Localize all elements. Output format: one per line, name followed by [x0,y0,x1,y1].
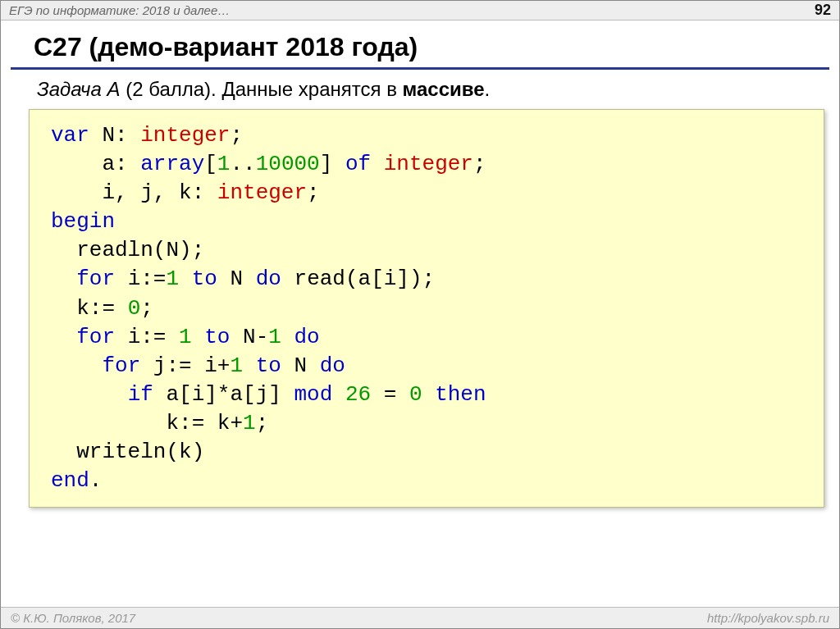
task-label: Задача А [37,78,121,100]
footer-copyright: © К.Ю. Поляков, 2017 [11,611,135,625]
title-rule [11,67,829,70]
page-title: C27 (демо-вариант 2018 года) [1,21,839,67]
task-line: Задача А (2 балла). Данные хранятся в ма… [1,76,839,109]
page-number: 92 [815,2,831,19]
code-line: a: array[1..10000] of integer; [51,150,810,179]
code-line: writeln(k) [51,438,810,467]
code-line: k:= 0; [51,294,810,323]
code-line: k:= k+1; [51,409,810,438]
task-bold: массиве [403,78,485,100]
code-block: var N: integer; a: array[1..10000] of in… [29,109,824,508]
footer-bar: © К.Ю. Поляков, 2017 http://kpolyakov.sp… [1,607,839,628]
code-line: begin [51,207,810,236]
header-subject: ЕГЭ по информатике: 2018 и далее… [9,3,815,17]
code-line: for i:=1 to N do read(a[i]); [51,265,810,294]
footer-url: http://kpolyakov.spb.ru [707,611,829,625]
code-line: end. [51,467,810,495]
code-line: if a[i]*a[j] mod 26 = 0 then [51,381,810,409]
task-points: (2 балла). [126,78,221,100]
slide: ЕГЭ по информатике: 2018 и далее… 92 C27… [0,0,840,629]
code-line: for i:= 1 to N-1 do [51,323,810,352]
task-suffix: . [485,78,491,100]
task-text: Данные хранятся в [221,78,402,100]
code-line: i, j, k: integer; [51,179,810,207]
code-line: var N: integer; [51,121,810,150]
header-bar: ЕГЭ по информатике: 2018 и далее… 92 [1,1,839,21]
code-line: readln(N); [51,236,810,265]
code-line: for j:= i+1 to N do [51,352,810,381]
